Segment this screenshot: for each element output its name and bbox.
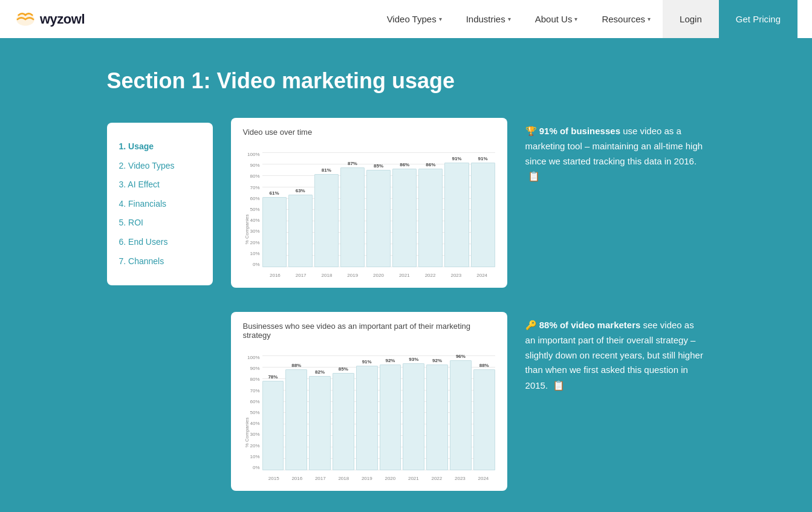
- bar-value-label: 78%: [268, 374, 278, 380]
- nav-video-types[interactable]: Video Types ▾: [375, 0, 454, 38]
- bar-group: 91%: [471, 152, 495, 267]
- chart-row-2: Businesses who see video as an important…: [231, 312, 706, 491]
- bar-group: 92%: [426, 355, 448, 470]
- bar: [450, 360, 472, 470]
- section-title: Section 1: Video marketing usage: [107, 68, 706, 94]
- bar-group: 63%: [288, 152, 313, 267]
- stat1-highlight: 91% of businesses: [539, 126, 620, 136]
- bar-value-label: 96%: [456, 354, 466, 359]
- chart1-container: Video use over time 100%90%80%70%60%50%4…: [231, 118, 507, 288]
- bar: [418, 169, 443, 267]
- bar-value-label: 88%: [479, 363, 489, 368]
- sidebar-item[interactable]: 3. AI Effect: [119, 175, 201, 195]
- bar-group: 86%: [418, 152, 443, 267]
- sidebar-item[interactable]: 7. Channels: [119, 252, 201, 271]
- bar-value-label: 81%: [322, 167, 331, 173]
- bar-group: 91%: [444, 152, 469, 267]
- logo[interactable]: wyzowl: [15, 11, 85, 28]
- stat1-emoji: 🏆: [525, 126, 537, 136]
- bar-value-label: 63%: [296, 188, 305, 193]
- bar: [333, 373, 354, 471]
- stat2-body: see video as an important part of their …: [525, 320, 703, 390]
- sidebar-item[interactable]: 4. Financials: [119, 195, 201, 214]
- bar: [314, 174, 339, 267]
- bar: [471, 163, 495, 267]
- copy-icon-2[interactable]: 📋: [553, 380, 565, 390]
- sidebar-item[interactable]: 5. ROI: [119, 213, 201, 233]
- bar: [309, 376, 331, 470]
- nav-links: Video Types ▾ Industries ▾ About Us ▾ Re…: [375, 0, 797, 38]
- stat2-text: 🔑 88% of video marketers see video as an…: [525, 318, 706, 394]
- chevron-down-icon: ▾: [574, 16, 577, 22]
- bar: [380, 365, 401, 470]
- bar: [392, 169, 417, 267]
- chart2-area: 100%90%80%70%60%50%40%30%20%10%0%% Compa…: [243, 346, 495, 484]
- stat2-box: 🔑 88% of video marketers see video as an…: [525, 312, 706, 394]
- bar: [444, 163, 469, 267]
- bar-group: 91%: [356, 355, 378, 470]
- copy-icon[interactable]: 📋: [528, 171, 540, 181]
- navbar: wyzowl Video Types ▾ Industries ▾ About …: [0, 0, 812, 38]
- bar-value-label: 85%: [374, 163, 383, 169]
- bar: [426, 365, 448, 470]
- bar-value-label: 91%: [452, 156, 461, 161]
- bar-value-label: 82%: [315, 369, 325, 375]
- chart-row-1: Video use over time 100%90%80%70%60%50%4…: [231, 118, 706, 288]
- chart2-container: Businesses who see video as an important…: [231, 312, 507, 491]
- sidebar-item[interactable]: 2. Video Types: [119, 157, 201, 176]
- bar-group: 85%: [333, 355, 354, 470]
- logo-icon: [15, 11, 36, 28]
- bar: [262, 197, 287, 267]
- bar-group: 85%: [366, 152, 391, 267]
- bar-value-label: 88%: [291, 363, 301, 368]
- bar-value-label: 86%: [400, 162, 409, 167]
- content-layout: 1. Usage2. Video Types3. AI Effect4. Fin…: [107, 118, 706, 512]
- bar-group: 86%: [392, 152, 417, 267]
- sidebar-item[interactable]: 6. End Users: [119, 233, 201, 252]
- bar-group: 82%: [309, 355, 331, 470]
- stat1-box: 🏆 91% of businesses use video as a marke…: [525, 118, 706, 185]
- bar: [262, 381, 284, 470]
- get-pricing-button[interactable]: Get Pricing: [719, 0, 797, 38]
- chart1-title: Video use over time: [243, 128, 495, 137]
- chart1-area: 100%90%80%70%60%50%40%30%20%10%0%% Compa…: [243, 143, 495, 280]
- bar-value-label: 86%: [426, 162, 435, 167]
- sidebar-item[interactable]: 1. Usage: [119, 137, 201, 157]
- bar-value-label: 61%: [270, 190, 279, 196]
- right-content: Video use over time 100%90%80%70%60%50%4…: [231, 118, 706, 512]
- nav-industries[interactable]: Industries ▾: [454, 0, 523, 38]
- bar-value-label: 87%: [348, 161, 357, 166]
- stat2-highlight: 88% of video marketers: [539, 320, 641, 330]
- bar-group: 81%: [314, 152, 339, 267]
- logo-text: wyzowl: [40, 11, 85, 27]
- bar: [340, 167, 365, 267]
- bar: [403, 363, 424, 470]
- bar-value-label: 91%: [362, 359, 372, 365]
- bar-group: 87%: [340, 152, 365, 267]
- main-content: Section 1: Video marketing usage 1. Usag…: [0, 38, 812, 512]
- chevron-down-icon: ▾: [508, 16, 511, 22]
- sidebar: 1. Usage2. Video Types3. AI Effect4. Fin…: [107, 123, 213, 285]
- nav-resources[interactable]: Resources ▾: [590, 0, 663, 38]
- login-button[interactable]: Login: [663, 0, 719, 38]
- bar-value-label: 92%: [432, 358, 442, 363]
- chart2-title: Businesses who see video as an important…: [243, 322, 495, 340]
- bar: [366, 170, 391, 268]
- bar-group: 96%: [450, 355, 472, 470]
- bar-value-label: 85%: [339, 366, 348, 372]
- bar: [288, 195, 313, 267]
- bar: [356, 366, 378, 470]
- bar-value-label: 91%: [478, 156, 488, 161]
- bar-value-label: 93%: [409, 357, 418, 362]
- bar-group: 88%: [285, 355, 307, 470]
- chevron-down-icon: ▾: [439, 16, 442, 22]
- chevron-down-icon: ▾: [648, 16, 651, 22]
- bar-group: 93%: [403, 355, 424, 470]
- bar-value-label: 92%: [385, 358, 395, 363]
- nav-about-us[interactable]: About Us ▾: [523, 0, 590, 38]
- bar: [473, 369, 495, 470]
- bar-group: 88%: [473, 355, 495, 470]
- bar-group: 92%: [380, 355, 401, 470]
- bar-group: 61%: [262, 152, 287, 267]
- bar-group: 78%: [262, 355, 284, 470]
